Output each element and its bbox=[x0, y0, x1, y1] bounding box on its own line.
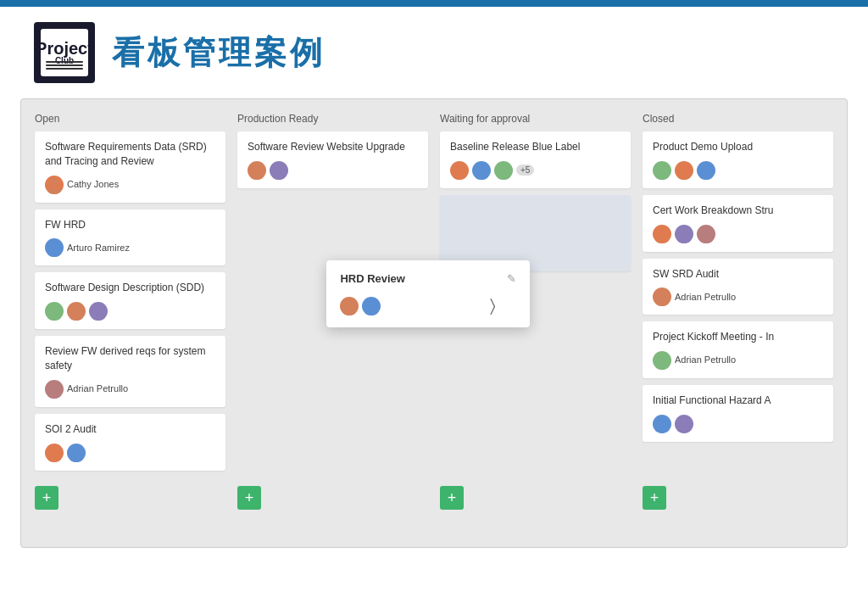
svg-point-45 bbox=[677, 427, 691, 433]
card-avatars bbox=[653, 161, 823, 180]
card-title: Review FW derived reqs for system safety bbox=[45, 344, 215, 373]
assignee-name: Adrian Petrullo bbox=[675, 354, 736, 366]
avatar bbox=[340, 297, 359, 315]
overlay-card-header: HRD Review ✎ bbox=[340, 272, 516, 285]
card-avatars bbox=[45, 302, 215, 321]
avatar-count-badge: +5 bbox=[516, 165, 534, 176]
avatar bbox=[89, 302, 108, 321]
svg-point-8 bbox=[94, 304, 103, 313]
avatar bbox=[494, 161, 513, 180]
svg-point-15 bbox=[70, 455, 83, 462]
svg-point-5 bbox=[47, 314, 61, 321]
card-initial-fha[interactable]: Initial Functional Hazard A bbox=[643, 385, 833, 442]
svg-point-41 bbox=[655, 363, 669, 370]
avatar bbox=[45, 380, 64, 399]
logo: Project Club bbox=[34, 22, 95, 83]
overlay-card-hrd-review[interactable]: HRD Review ✎ 〉 bbox=[326, 260, 530, 327]
card-fwhrd[interactable]: FW HRD Arturo Ramirez bbox=[35, 209, 225, 266]
svg-point-38 bbox=[658, 290, 666, 299]
add-row-open: + bbox=[35, 477, 225, 510]
svg-point-37 bbox=[699, 237, 713, 243]
card-avatars bbox=[653, 225, 823, 243]
add-card-production-ready-button[interactable]: + bbox=[237, 486, 261, 510]
card-title: SOI 2 Audit bbox=[45, 422, 215, 437]
card-avatars bbox=[248, 161, 418, 180]
svg-point-30 bbox=[702, 164, 710, 172]
top-bar bbox=[0, 0, 868, 7]
avatar bbox=[248, 161, 266, 180]
card-title: Software Requirements Data (SRD) and Tra… bbox=[45, 140, 215, 169]
add-row-waiting-approval: + bbox=[440, 477, 631, 510]
add-card-open-button[interactable]: + bbox=[35, 486, 58, 510]
column-header-open: Open bbox=[35, 113, 225, 125]
card-sdd[interactable]: Software Design Description (SDD) bbox=[35, 272, 225, 329]
avatar bbox=[653, 415, 671, 433]
svg-point-40 bbox=[658, 354, 666, 362]
avatar bbox=[45, 302, 64, 321]
card-title: Software Design Description (SDD) bbox=[45, 281, 215, 295]
card-title: Baseline Release Blue Label bbox=[450, 140, 620, 154]
svg-point-47 bbox=[342, 309, 356, 315]
svg-point-7 bbox=[70, 314, 83, 321]
page-title: 看板管理案例 bbox=[112, 31, 326, 75]
svg-point-20 bbox=[455, 164, 464, 172]
add-card-closed-button[interactable]: + bbox=[643, 486, 666, 510]
svg-point-28 bbox=[680, 164, 688, 172]
avatar bbox=[45, 444, 64, 462]
svg-point-29 bbox=[677, 173, 691, 180]
avatar bbox=[450, 161, 469, 180]
svg-point-24 bbox=[499, 164, 508, 172]
column-header-production-ready: Production Ready bbox=[237, 113, 428, 125]
svg-point-18 bbox=[275, 164, 283, 172]
svg-point-44 bbox=[680, 417, 688, 426]
svg-point-1 bbox=[47, 187, 61, 194]
add-card-waiting-approval-button[interactable]: + bbox=[440, 486, 464, 510]
avatar bbox=[697, 225, 715, 243]
avatar bbox=[472, 161, 491, 180]
card-baseline-release[interactable]: Baseline Release Blue Label +5 bbox=[440, 131, 631, 188]
svg-point-32 bbox=[658, 227, 666, 236]
card-area-open: Software Requirements Data (SRD) and Tra… bbox=[35, 131, 225, 477]
logo-text-project: Project bbox=[36, 40, 93, 57]
card-srd[interactable]: Software Requirements Data (SRD) and Tra… bbox=[35, 131, 225, 203]
kanban-board: Open Software Requirements Data (SRD) an… bbox=[20, 98, 848, 548]
avatar bbox=[653, 225, 671, 243]
card-title: Product Demo Upload bbox=[653, 140, 823, 154]
avatar bbox=[653, 161, 671, 180]
card-project-kickoff[interactable]: Project Kickoff Meeting - In Adrian Petr… bbox=[643, 321, 833, 378]
svg-point-16 bbox=[253, 164, 261, 172]
svg-point-19 bbox=[272, 173, 286, 180]
overlay-card-avatars bbox=[340, 297, 516, 315]
assignee-name: Adrian Petrullo bbox=[675, 291, 736, 304]
card-product-demo[interactable]: Product Demo Upload bbox=[643, 131, 833, 188]
column-header-waiting-approval: Waiting for approval bbox=[440, 113, 631, 125]
card-avatars: +5 bbox=[450, 161, 620, 180]
avatar bbox=[653, 287, 671, 306]
avatar bbox=[67, 302, 86, 321]
svg-point-33 bbox=[655, 237, 669, 243]
svg-point-17 bbox=[250, 173, 264, 180]
column-closed: Closed Product Demo Upload bbox=[643, 113, 833, 510]
assignee-name: Adrian Petrullo bbox=[67, 382, 128, 395]
avatar bbox=[45, 238, 64, 257]
avatar bbox=[675, 415, 693, 433]
card-review-fw[interactable]: Review FW derived reqs for system safety… bbox=[35, 336, 225, 407]
card-avatars bbox=[653, 415, 823, 433]
svg-point-35 bbox=[677, 237, 691, 243]
svg-point-46 bbox=[345, 299, 353, 308]
card-sw-review-website[interactable]: Software Review Website Upgrade bbox=[237, 131, 428, 188]
card-avatars: Arturo Ramirez bbox=[45, 238, 215, 257]
card-title: Project Kickoff Meeting - In bbox=[653, 330, 823, 344]
card-soi2[interactable]: SOI 2 Audit bbox=[35, 414, 225, 471]
svg-point-26 bbox=[658, 164, 666, 172]
card-area-closed: Product Demo Upload Cert W bbox=[643, 131, 833, 477]
edit-icon[interactable]: ✎ bbox=[507, 272, 516, 285]
card-cert-wbs[interactable]: Cert Work Breakdown Stru bbox=[643, 195, 833, 252]
card-sw-srd-audit[interactable]: SW SRD Audit Adrian Petrullo bbox=[643, 259, 833, 315]
svg-point-34 bbox=[680, 227, 688, 236]
card-avatars bbox=[45, 444, 215, 462]
svg-point-4 bbox=[50, 304, 58, 313]
card-title: Software Review Website Upgrade bbox=[248, 140, 418, 154]
svg-point-31 bbox=[699, 173, 713, 180]
avatar bbox=[67, 444, 86, 462]
